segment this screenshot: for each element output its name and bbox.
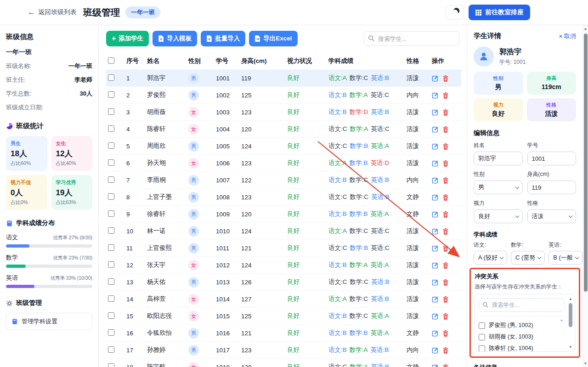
- row-checkbox[interactable]: [108, 244, 114, 251]
- table-row[interactable]: 18 陈宇航 女 1018 120 良好 语文:C数学:A英语:B 文静: [106, 359, 461, 367]
- row-checkbox[interactable]: [108, 74, 114, 81]
- edit-button[interactable]: [432, 279, 439, 286]
- manage-subjects-button[interactable]: 管理学科设置: [6, 313, 92, 330]
- edit-button[interactable]: [432, 296, 439, 303]
- row-checkbox[interactable]: [108, 142, 114, 149]
- conflict-checkbox[interactable]: [479, 322, 485, 329]
- delete-button[interactable]: [442, 279, 449, 286]
- conflict-student-option[interactable]: 胡雨薇 (女, 1003): [479, 331, 565, 343]
- table-row[interactable]: 4 陈睿轩 女 1004 120 良好 语文:C数学:A英语:C 活泼: [106, 121, 461, 138]
- row-checkbox[interactable]: [108, 210, 114, 217]
- name-field[interactable]: [474, 152, 523, 165]
- row-checkbox[interactable]: [108, 125, 114, 132]
- row-checkbox[interactable]: [108, 227, 114, 234]
- row-checkbox[interactable]: [108, 346, 114, 353]
- scroll-up-icon[interactable]: ▲: [568, 297, 573, 301]
- delete-button[interactable]: [442, 347, 449, 354]
- delete-button[interactable]: [442, 262, 449, 269]
- scroll-down-icon[interactable]: ▼: [568, 345, 573, 349]
- edit-button[interactable]: [432, 160, 439, 167]
- table-row[interactable]: 17 孙雅婷 男 1017 123 良好 语文:B数学:A英语:B 内向: [106, 342, 461, 359]
- import-template-button[interactable]: 导入模板: [153, 31, 197, 46]
- delete-button[interactable]: [442, 194, 449, 201]
- grade-select[interactable]: A (较好: [474, 251, 507, 265]
- conflict-student-option[interactable]: 罗俊熙 (男, 1002): [479, 320, 565, 331]
- grade-select[interactable]: B (一般: [548, 251, 582, 265]
- delete-button[interactable]: [442, 75, 449, 82]
- row-checkbox[interactable]: [108, 91, 114, 98]
- table-row[interactable]: 14 高梓萱 女 1014 127 良好 语文:A数学:C英语:B 活泼: [106, 291, 461, 308]
- scrollbar-thumb[interactable]: [569, 303, 572, 327]
- edit-button[interactable]: [432, 330, 439, 337]
- row-checkbox[interactable]: [108, 329, 114, 336]
- dark-mode-toggle-button[interactable]: [446, 5, 464, 20]
- row-checkbox[interactable]: [108, 312, 114, 319]
- edit-button[interactable]: [432, 109, 439, 116]
- row-checkbox[interactable]: [108, 278, 114, 285]
- table-row[interactable]: 16 令狐欣怡 男 1016 121 良好 语文:B数学:B英语:A 文静: [106, 325, 461, 342]
- delete-button[interactable]: [442, 143, 449, 150]
- height-field[interactable]: [527, 181, 577, 194]
- edit-button[interactable]: [432, 364, 439, 367]
- table-row[interactable]: 13 杨天佑 男 1013 126 良好 语文:C数学:C英语:B 活泼: [106, 274, 461, 291]
- edit-button[interactable]: [432, 143, 439, 150]
- table-row[interactable]: 1 郭浩宇 男 1001 119 良好 语文:A数学:C英语:B 活泼: [106, 70, 461, 87]
- row-checkbox[interactable]: [108, 159, 114, 166]
- edit-button[interactable]: [432, 75, 439, 82]
- row-checkbox[interactable]: [108, 108, 114, 115]
- scroll-up-icon[interactable]: ▲: [560, 318, 564, 322]
- edit-button[interactable]: [432, 228, 439, 235]
- window-scrollbar[interactable]: ▲ ▼: [582, 25, 588, 367]
- edit-button[interactable]: [432, 92, 439, 99]
- delete-button[interactable]: [442, 211, 449, 218]
- select-all-checkbox[interactable]: [108, 57, 114, 64]
- delete-button[interactable]: [442, 160, 449, 167]
- row-checkbox[interactable]: [108, 363, 114, 367]
- table-row[interactable]: 8 上官子墨 男 1008 123 良好 语文:C数学:C英语:B 文静: [106, 189, 461, 206]
- row-checkbox[interactable]: [108, 193, 114, 200]
- table-row[interactable]: 12 张天宇 女 1012 124 良好 语文:B数学:A英语:A 活泼: [106, 257, 461, 274]
- delete-button[interactable]: [442, 296, 449, 303]
- scroll-down-icon[interactable]: ▼: [583, 361, 588, 366]
- edit-button[interactable]: [432, 245, 439, 252]
- table-row[interactable]: 7 李雨桐 男 1007 122 良好 语文:B数学:C英语:B 内向: [106, 172, 461, 189]
- go-to-seating-button[interactable]: 前往教室排座: [469, 5, 530, 20]
- row-checkbox[interactable]: [108, 176, 114, 183]
- delete-button[interactable]: [442, 92, 449, 99]
- table-row[interactable]: 11 上官俊熙 男 1011 121 良好 语文:C数学:B英语:C 活泼: [106, 240, 461, 257]
- add-student-button[interactable]: +添加学生: [106, 31, 149, 46]
- delete-button[interactable]: [442, 126, 449, 133]
- table-row[interactable]: 3 胡雨薇 女 1003 123 良好 语文:B数学:D英语:B 活泼: [106, 104, 461, 121]
- back-to-class-list-link[interactable]: ← 返回班级列表: [28, 8, 77, 17]
- conflict-student-option[interactable]: 陈睿轩 (女, 1004): [479, 343, 565, 352]
- delete-button[interactable]: [442, 245, 449, 252]
- export-excel-button[interactable]: 导出Excel: [249, 31, 297, 46]
- gender-select[interactable]: 男: [474, 181, 523, 194]
- edit-button[interactable]: [432, 126, 439, 133]
- scrollbar-thumb[interactable]: [584, 34, 588, 292]
- grade-select[interactable]: C (需努: [511, 251, 545, 265]
- delete-button[interactable]: [442, 330, 449, 337]
- cancel-button[interactable]: ×取消: [559, 32, 576, 40]
- edit-button[interactable]: [432, 177, 439, 184]
- edit-button[interactable]: [432, 194, 439, 201]
- row-checkbox[interactable]: [108, 261, 114, 268]
- scroll-up-icon[interactable]: ▲: [583, 27, 588, 31]
- row-checkbox[interactable]: [108, 295, 114, 302]
- table-row[interactable]: 6 孙天翊 女 1006 123 良好 语文:A数学:B英语:D 活泼: [106, 155, 461, 172]
- table-row[interactable]: 2 罗俊熙 男 1002 125 良好 语文:B数学:A英语:C 内向: [106, 87, 461, 104]
- conflict-search-input[interactable]: [479, 298, 565, 312]
- student-id-field[interactable]: [527, 152, 577, 165]
- table-row[interactable]: 10 林一诺 男 1010 124 良好 语文:A数学:C英语:C 活泼: [106, 223, 461, 240]
- vision-select[interactable]: 良好: [474, 209, 523, 223]
- search-students-input[interactable]: [364, 31, 459, 46]
- conflict-checkbox[interactable]: [479, 334, 485, 340]
- conflict-checkbox[interactable]: [479, 345, 485, 352]
- conflict-inner-scrollbar[interactable]: ▲: [560, 318, 564, 346]
- delete-button[interactable]: [442, 177, 449, 184]
- batch-import-button[interactable]: 批量导入: [201, 31, 245, 46]
- edit-button[interactable]: [432, 211, 439, 218]
- edit-button[interactable]: [432, 313, 439, 320]
- delete-button[interactable]: [442, 364, 449, 367]
- delete-button[interactable]: [442, 109, 449, 116]
